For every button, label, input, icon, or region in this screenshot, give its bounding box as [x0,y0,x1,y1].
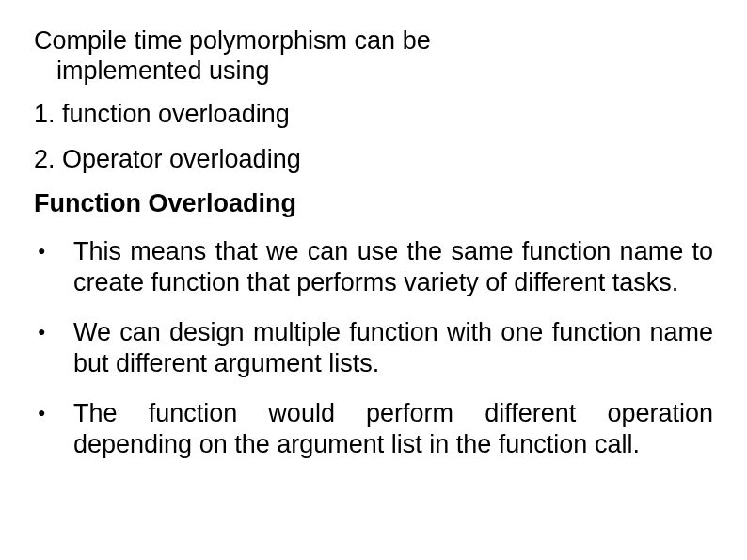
list-item: ● This means that we can use the same fu… [34,236,713,298]
list-item: ● We can design multiple function with o… [34,317,713,379]
slide-content: Compile time polymorphism can be impleme… [0,0,747,560]
bullet-icon: ● [34,317,73,345]
bullet-list: ● This means that we can use the same fu… [34,236,713,460]
bullet-icon: ● [34,236,73,264]
title-line-1: Compile time polymorphism can be [34,26,713,56]
bullet-text: This means that we can use the same func… [73,236,713,298]
slide-title: Compile time polymorphism can be impleme… [34,26,713,87]
bullet-text: We can design multiple function with one… [73,317,713,379]
title-line-2: implemented using [34,56,713,87]
bullet-text: The function would perform different ope… [73,398,713,460]
numbered-item-1: 1. function overloading [34,100,713,130]
list-item: ● The function would perform different o… [34,398,713,460]
bullet-icon: ● [34,398,73,426]
section-heading: Function Overloading [34,189,713,219]
numbered-item-2: 2. Operator overloading [34,145,713,175]
